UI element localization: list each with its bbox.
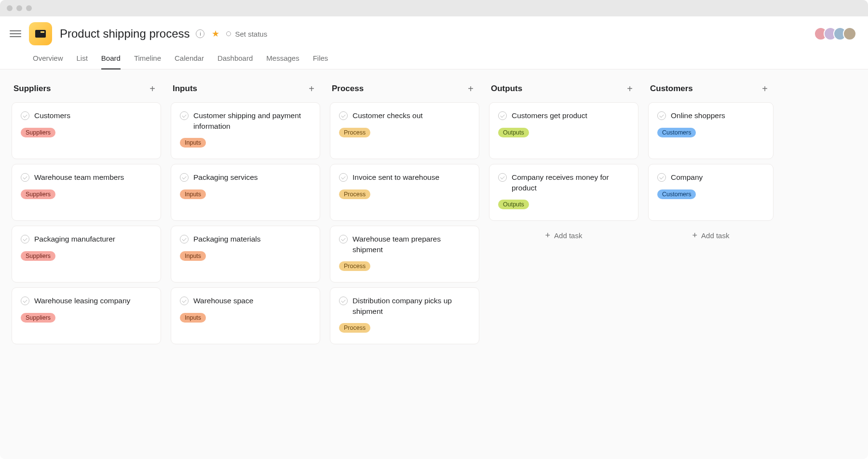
- add-task-button[interactable]: +Add task: [489, 226, 638, 245]
- task-card[interactable]: CustomersSuppliers: [12, 102, 161, 159]
- task-card[interactable]: Packaging manufacturerSuppliers: [12, 226, 161, 283]
- task-card[interactable]: Online shoppersCustomers: [648, 102, 773, 159]
- add-task-label: Add task: [701, 231, 729, 240]
- task-tag[interactable]: Outputs: [498, 200, 529, 209]
- window-minimize-icon[interactable]: [16, 5, 22, 11]
- task-title: Invoice sent to warehouse: [353, 172, 439, 183]
- complete-task-icon[interactable]: [498, 111, 507, 120]
- task-title: Packaging manufacturer: [34, 234, 115, 244]
- add-task-icon[interactable]: +: [758, 82, 772, 95]
- column-title[interactable]: Outputs: [491, 84, 522, 94]
- add-task-icon[interactable]: +: [623, 82, 637, 95]
- task-card[interactable]: Warehouse team prepares shipmentProcess: [330, 226, 479, 283]
- task-tag[interactable]: Inputs: [180, 251, 206, 261]
- tab-board[interactable]: Board: [101, 50, 121, 69]
- complete-task-icon[interactable]: [339, 111, 348, 120]
- complete-task-icon[interactable]: [339, 235, 348, 243]
- complete-task-icon[interactable]: [180, 173, 189, 182]
- column-customers: Customers+Online shoppersCustomersCompan…: [648, 79, 773, 459]
- complete-task-icon[interactable]: [180, 111, 189, 120]
- complete-task-icon[interactable]: [339, 297, 348, 305]
- task-title: Warehouse space: [193, 296, 253, 306]
- task-tag[interactable]: Suppliers: [21, 189, 55, 199]
- column-inputs: Inputs+Customer shipping and payment inf…: [171, 79, 320, 459]
- column-process: Process+Customer checks outProcessInvoic…: [330, 79, 479, 459]
- task-title: Warehouse team prepares shipment: [353, 234, 470, 255]
- task-tag[interactable]: Customers: [657, 128, 696, 137]
- window-titlebar: [0, 0, 868, 16]
- complete-task-icon[interactable]: [498, 173, 507, 182]
- complete-task-icon[interactable]: [339, 173, 348, 182]
- tab-files[interactable]: Files: [313, 50, 328, 69]
- task-tag[interactable]: Customers: [657, 189, 696, 199]
- task-tag[interactable]: Inputs: [180, 189, 206, 199]
- complete-task-icon[interactable]: [21, 173, 29, 182]
- project-tabs: OverviewListBoardTimelineCalendarDashboa…: [0, 45, 868, 69]
- column-title[interactable]: Customers: [650, 84, 693, 94]
- complete-task-icon[interactable]: [21, 235, 29, 243]
- tab-dashboard[interactable]: Dashboard: [217, 50, 253, 69]
- task-card[interactable]: Warehouse leasing companySuppliers: [12, 287, 161, 344]
- task-card[interactable]: Customer shipping and payment informatio…: [171, 102, 320, 159]
- add-task-icon[interactable]: +: [146, 82, 159, 95]
- tab-overview[interactable]: Overview: [33, 50, 63, 69]
- plus-icon: +: [692, 230, 698, 241]
- task-tag[interactable]: Inputs: [180, 313, 206, 323]
- status-label: Set status: [235, 30, 267, 38]
- task-card[interactable]: Packaging materialsInputs: [171, 226, 320, 283]
- complete-task-icon[interactable]: [21, 297, 29, 305]
- add-task-icon[interactable]: +: [464, 82, 477, 95]
- task-title: Company receives money for product: [512, 172, 629, 193]
- tab-list[interactable]: List: [77, 50, 88, 69]
- status-dot-icon: [226, 31, 231, 36]
- info-icon[interactable]: i: [195, 29, 205, 39]
- avatar[interactable]: [843, 27, 856, 40]
- task-card[interactable]: Distribution company picks up shipmentPr…: [330, 287, 479, 344]
- complete-task-icon[interactable]: [180, 235, 189, 243]
- add-task-button[interactable]: +Add task: [648, 226, 773, 245]
- task-card[interactable]: Customer checks outProcess: [330, 102, 479, 159]
- task-tag[interactable]: Process: [339, 189, 370, 199]
- column-header: Outputs+: [489, 79, 638, 102]
- task-card[interactable]: Company receives money for productOutput…: [489, 164, 638, 221]
- task-title: Distribution company picks up shipment: [353, 296, 470, 316]
- column-header: Customers+: [648, 79, 773, 102]
- column-title[interactable]: Inputs: [173, 84, 197, 94]
- task-tag[interactable]: Process: [339, 323, 370, 333]
- board: Suppliers+CustomersSuppliersWarehouse te…: [0, 69, 868, 459]
- menu-toggle-icon[interactable]: [10, 28, 21, 40]
- project-members[interactable]: [818, 27, 856, 40]
- project-icon[interactable]: [29, 22, 52, 45]
- column-header: Inputs+: [171, 79, 320, 102]
- complete-task-icon[interactable]: [657, 173, 666, 182]
- column-title[interactable]: Process: [332, 84, 364, 94]
- star-icon[interactable]: ★: [211, 29, 220, 39]
- task-tag[interactable]: Outputs: [498, 128, 529, 137]
- task-tag[interactable]: Suppliers: [21, 251, 55, 261]
- task-tag[interactable]: Inputs: [180, 138, 206, 148]
- task-title: Customers: [34, 110, 70, 121]
- task-card[interactable]: Warehouse spaceInputs: [171, 287, 320, 344]
- add-task-label: Add task: [554, 231, 582, 240]
- complete-task-icon[interactable]: [180, 297, 189, 305]
- add-task-icon[interactable]: +: [305, 82, 318, 95]
- tab-messages[interactable]: Messages: [266, 50, 299, 69]
- complete-task-icon[interactable]: [657, 111, 666, 120]
- window-zoom-icon[interactable]: [26, 5, 32, 11]
- task-card[interactable]: Packaging servicesInputs: [171, 164, 320, 221]
- task-tag[interactable]: Suppliers: [21, 128, 55, 137]
- tab-calendar[interactable]: Calendar: [175, 50, 204, 69]
- task-tag[interactable]: Process: [339, 128, 370, 137]
- task-card[interactable]: Warehouse team membersSuppliers: [12, 164, 161, 221]
- task-card[interactable]: CompanyCustomers: [648, 164, 773, 221]
- task-tag[interactable]: Suppliers: [21, 313, 55, 323]
- column-title[interactable]: Suppliers: [14, 84, 51, 94]
- tab-timeline[interactable]: Timeline: [134, 50, 161, 69]
- task-card[interactable]: Invoice sent to warehouseProcess: [330, 164, 479, 221]
- complete-task-icon[interactable]: [21, 111, 29, 120]
- project-title[interactable]: Product shipping process: [60, 27, 190, 40]
- set-status-button[interactable]: Set status: [226, 30, 267, 38]
- window-close-icon[interactable]: [7, 5, 13, 11]
- task-card[interactable]: Customers get productOutputs: [489, 102, 638, 159]
- task-tag[interactable]: Process: [339, 261, 370, 271]
